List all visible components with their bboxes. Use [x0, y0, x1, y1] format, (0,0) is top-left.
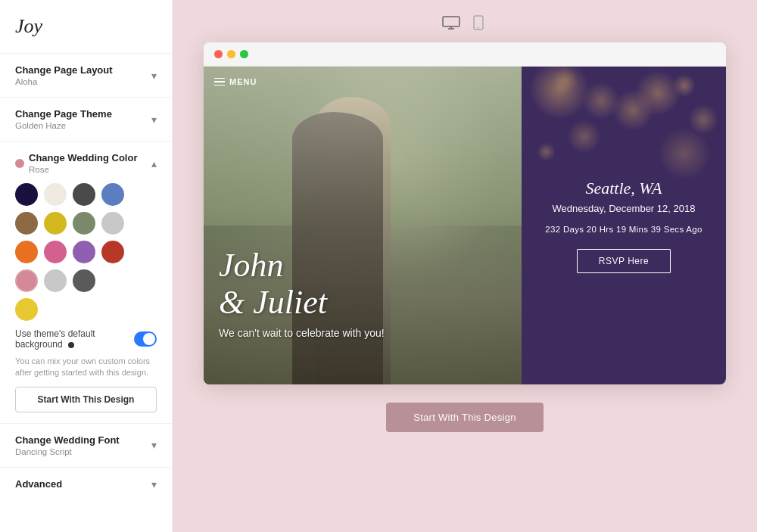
wedding-tagline: We can't wait to celebrate with you!	[219, 327, 385, 339]
wedding-location: Seattle, WA	[585, 179, 662, 198]
wedding-text: John & Juliet We can't wait to celebrate…	[219, 247, 385, 339]
swatch-pink[interactable]	[44, 241, 67, 263]
toggle-row: Use theme's default background	[15, 328, 157, 350]
color-section: Change Wedding Color Rose ▴	[0, 141, 172, 423]
color-swatches	[15, 183, 157, 321]
hamburger-icon	[214, 78, 225, 86]
menu-bar: MENU	[214, 77, 257, 86]
font-chevron: ▾	[151, 439, 157, 451]
menu-label: MENU	[229, 77, 257, 86]
wedding-countdown: 232 Days 20 Hrs 19 Mins 39 Secs Ago	[545, 225, 702, 234]
toggle-dot-icon	[68, 342, 74, 348]
swatch-yellow[interactable]	[15, 298, 38, 321]
theme-sub: Golden Haze	[15, 121, 112, 130]
font-sub: Dancing Script	[15, 447, 120, 456]
toggle-label: Use theme's default background	[15, 328, 134, 350]
wedding-right-panel: Seattle, WA Wednesday, December 12, 2018…	[522, 67, 726, 384]
default-bg-toggle[interactable]	[134, 331, 157, 347]
swatch-blue[interactable]	[101, 183, 124, 206]
swatch-row-3	[15, 241, 157, 263]
swatch-red[interactable]	[101, 241, 124, 263]
swatch-rose[interactable]	[15, 269, 38, 292]
app-logo: Joy	[0, 12, 172, 53]
swatch-purple[interactable]	[73, 241, 95, 263]
bokeh-8	[673, 74, 696, 97]
swatch-charcoal[interactable]	[73, 183, 95, 206]
layout-section: Change Page Layout Aloha ▾	[0, 53, 172, 97]
swatch-brown[interactable]	[15, 212, 38, 235]
color-chevron: ▴	[151, 157, 157, 170]
browser-dot-red	[214, 50, 223, 58]
swatch-cream[interactable]	[44, 183, 67, 206]
svg-rect-0	[443, 17, 459, 26]
bokeh-10	[537, 142, 556, 161]
theme-chevron: ▾	[151, 114, 157, 126]
swatch-navy[interactable]	[15, 183, 38, 206]
sidebar: Joy Change Page Layout Aloha ▾ Change Pa…	[0, 0, 173, 532]
swatch-sage[interactable]	[73, 212, 95, 235]
menu-line-3	[214, 85, 225, 86]
start-design-button[interactable]: Start With This Design	[15, 387, 157, 412]
browser-preview: MENU John & Juliet We can't wait to cele…	[204, 42, 726, 384]
advanced-section: Advanced ▾	[0, 467, 172, 501]
swatch-orange[interactable]	[15, 241, 38, 263]
advanced-title: Advanced	[15, 478, 62, 490]
advanced-chevron: ▾	[151, 478, 157, 490]
color-title: Change Wedding Color	[29, 152, 137, 163]
wedding-photo: MENU John & Juliet We can't wait to cele…	[204, 67, 522, 384]
couple-names: John & Juliet	[219, 247, 385, 321]
theme-section: Change Page Theme Golden Haze ▾	[0, 97, 172, 141]
rsvp-button[interactable]: RSVP Here	[577, 249, 671, 273]
swatch-row-1	[15, 183, 157, 206]
swatch-dark-gray[interactable]	[73, 269, 95, 292]
font-section-header[interactable]: Change Wedding Font Dancing Script ▾	[15, 434, 157, 456]
theme-title: Change Page Theme	[15, 108, 112, 120]
color-section-header[interactable]: Change Wedding Color Rose ▴	[15, 152, 157, 174]
layout-sub: Aloha	[15, 77, 113, 86]
font-section: Change Wedding Font Dancing Script ▾	[0, 423, 172, 467]
svg-point-4	[478, 27, 479, 29]
layout-chevron: ▾	[151, 70, 157, 82]
font-title: Change Wedding Font	[15, 434, 120, 446]
advanced-section-header[interactable]: Advanced ▾	[15, 478, 157, 490]
bokeh-6	[612, 89, 654, 131]
swatch-row-4	[15, 269, 157, 292]
desktop-view-icon[interactable]	[441, 15, 461, 30]
swatch-gold[interactable]	[44, 212, 67, 235]
wedding-preview: MENU John & Juliet We can't wait to cele…	[204, 67, 726, 384]
theme-section-header[interactable]: Change Page Theme Golden Haze ▾	[15, 108, 157, 130]
menu-line-1	[214, 78, 225, 79]
main-content: MENU John & Juliet We can't wait to cele…	[173, 0, 757, 532]
menu-line-2	[214, 81, 225, 82]
swatch-light-gray[interactable]	[44, 269, 67, 292]
layout-title: Change Page Layout	[15, 64, 113, 76]
bottom-start-design-button[interactable]: Start With This Design	[386, 403, 544, 432]
helper-text: You can mix your own custom colors after…	[15, 356, 157, 379]
bottom-cta: Start With This Design	[386, 403, 544, 432]
wedding-date: Wednesday, December 12, 2018	[553, 203, 696, 214]
bokeh-7	[567, 120, 601, 154]
bokeh-5	[552, 67, 578, 93]
color-sub: Rose	[29, 165, 137, 174]
mobile-view-icon[interactable]	[469, 15, 488, 30]
browser-dot-yellow	[227, 50, 235, 58]
swatch-row-2	[15, 212, 157, 235]
browser-dot-green	[240, 50, 248, 58]
swatch-silver[interactable]	[101, 212, 124, 235]
device-bar	[441, 15, 488, 30]
bokeh-9	[658, 127, 711, 180]
browser-chrome	[204, 42, 726, 67]
layout-section-header[interactable]: Change Page Layout Aloha ▾	[15, 64, 157, 86]
swatch-row-5	[15, 298, 157, 321]
